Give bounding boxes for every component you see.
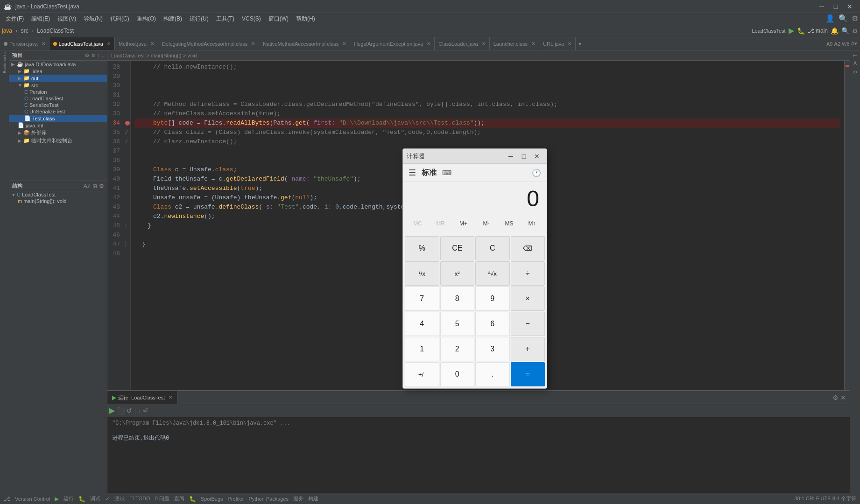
tab-url[interactable]: URL.java ✕: [539, 37, 576, 50]
soft-wrap-icon[interactable]: ⏎: [143, 407, 148, 414]
tab-illegalarg[interactable]: IllegalArgumentException.java ✕: [350, 37, 435, 50]
calc-2-button[interactable]: 2: [440, 337, 475, 361]
tree-item-idea[interactable]: ▶ 📁 .idea: [9, 68, 107, 75]
spotbugs-label[interactable]: SpotBugs: [201, 496, 223, 502]
close-button[interactable]: ✕: [843, 0, 856, 13]
run-status-icon[interactable]: ▶: [55, 496, 59, 502]
menu-help[interactable]: 帮助(H): [292, 13, 319, 24]
settings-icon[interactable]: ⚙: [852, 14, 858, 23]
fold-indicator-45[interactable]: }: [125, 221, 127, 231]
search-everywhere-icon[interactable]: 🔍: [841, 27, 849, 35]
tab-launcher-close[interactable]: ✕: [531, 41, 535, 46]
structure-settings-icon[interactable]: ⚙: [99, 183, 104, 189]
calc-4-button[interactable]: 4: [405, 312, 439, 336]
calc-square-button[interactable]: x²: [440, 261, 475, 286]
calc-reciprocal-button[interactable]: ¹/x: [405, 261, 439, 286]
calc-6-button[interactable]: 6: [475, 312, 510, 336]
git-icon[interactable]: ⎇: [4, 496, 10, 502]
calc-menu-icon[interactable]: ☰: [409, 168, 416, 178]
calc-history-icon[interactable]: 🕐: [532, 168, 541, 177]
calc-maximize-button[interactable]: □: [518, 150, 530, 162]
tab-loadclasstest[interactable]: LoadClassTest.java ✕: [49, 37, 115, 50]
calc-backspace-button[interactable]: ⌫: [511, 236, 545, 260]
calc-ce-button[interactable]: CE: [440, 236, 475, 260]
tree-item-java[interactable]: ▶ ☕ java D:/Download/java: [9, 61, 107, 68]
tab-nativemethod-close[interactable]: ✕: [342, 41, 346, 46]
structure-item-main[interactable]: m main(String[]): void: [9, 198, 107, 204]
bottom-close-icon[interactable]: ✕: [840, 394, 846, 401]
menu-edit[interactable]: 编辑(E): [28, 13, 54, 24]
calc-5-button[interactable]: 5: [440, 312, 475, 336]
stop-icon[interactable]: ⬛: [117, 407, 125, 414]
debug-icon[interactable]: 🐛: [78, 496, 85, 502]
calc-close-button[interactable]: ✕: [531, 150, 543, 162]
tree-item-unserializetest[interactable]: C UnSerializeTest: [9, 108, 107, 115]
calc-0-button[interactable]: 0: [440, 362, 475, 386]
review-label[interactable]: 查阅: [174, 495, 184, 502]
project-icon-4[interactable]: ↓: [101, 52, 104, 59]
tab-delegating-close[interactable]: ✕: [251, 41, 255, 46]
fold-indicator-47[interactable]: }: [125, 240, 127, 249]
test-icon[interactable]: ✓: [105, 496, 110, 502]
memory-mup-button[interactable]: M↑: [521, 215, 543, 232]
tree-item-out[interactable]: ▶ 📁 out: [9, 75, 107, 82]
calc-plus-button[interactable]: +: [511, 337, 545, 361]
run-button[interactable]: ▶: [789, 26, 794, 35]
todo-label[interactable]: ☐ TODO: [129, 496, 150, 502]
memory-mr-button[interactable]: MR: [430, 215, 451, 232]
calc-divide-button[interactable]: ÷: [511, 261, 545, 286]
profiler-label[interactable]: Profiler: [228, 496, 244, 502]
calc-negate-button[interactable]: +/-: [405, 362, 439, 386]
right-bar-icon-1[interactable]: T: [853, 54, 858, 57]
menu-refactor[interactable]: 重构(O): [133, 13, 160, 24]
menu-vcs[interactable]: VCS(S): [238, 13, 265, 24]
calc-7-button[interactable]: 7: [405, 287, 439, 311]
tree-item-scratch[interactable]: ▶ 📁 临时文件和控制台: [9, 137, 107, 145]
menu-file[interactable]: 文件(F): [2, 13, 28, 24]
project-icon-2[interactable]: ≡: [92, 52, 95, 59]
project-icon-3[interactable]: ↑: [97, 52, 99, 59]
run-label[interactable]: 运行: [63, 495, 74, 502]
build-label[interactable]: 构建: [308, 495, 318, 502]
run-again-icon[interactable]: ▶: [109, 406, 115, 415]
debug-label[interactable]: 调试: [90, 495, 100, 502]
rerun-icon[interactable]: ↺: [127, 407, 132, 414]
tab-launcher[interactable]: Launcher.class ✕: [490, 37, 539, 50]
calc-sqrt-button[interactable]: ²√x: [475, 261, 510, 286]
tree-item-persion[interactable]: C Persion: [9, 89, 107, 95]
tree-item-testclass[interactable]: 📄 Test.class: [9, 115, 107, 122]
tree-item-src[interactable]: ▼ 📁 src: [9, 82, 107, 89]
right-bar-icon-3[interactable]: ⚙: [853, 70, 857, 75]
calc-decimal-button[interactable]: .: [475, 362, 510, 386]
tree-item-external[interactable]: ▶ 📦 外部库: [9, 129, 107, 137]
tab-classloader[interactable]: ClassLoader.java ✕: [435, 37, 489, 50]
version-control-label[interactable]: Version Control: [15, 496, 50, 502]
minimize-button[interactable]: ─: [815, 0, 828, 13]
calc-8-button[interactable]: 8: [440, 287, 475, 311]
calc-minus-button[interactable]: −: [511, 312, 545, 336]
tab-url-close[interactable]: ✕: [568, 41, 571, 46]
calc-1-button[interactable]: 1: [405, 337, 439, 361]
structure-item-loadclasstest[interactable]: ▼ C LoadClassTest: [9, 191, 107, 198]
tab-method[interactable]: Method.java ✕: [115, 37, 158, 50]
tab-classloader-close[interactable]: ✕: [482, 41, 486, 46]
calc-percent-button[interactable]: %: [405, 236, 439, 260]
nav-java[interactable]: java: [2, 28, 12, 34]
calc-c-button[interactable]: C: [475, 236, 510, 260]
tree-item-loadclasstest[interactable]: C LoadClassTest: [9, 95, 107, 102]
tab-persion[interactable]: Persion.java ✕: [0, 37, 49, 50]
menu-run[interactable]: 运行(U): [186, 13, 212, 24]
run-tab-close[interactable]: ✕: [169, 391, 172, 404]
calc-equals-button[interactable]: =: [511, 362, 545, 386]
tab-loadclasstest-close[interactable]: ✕: [107, 41, 111, 46]
menu-code[interactable]: 代码(C): [106, 13, 133, 24]
menu-view[interactable]: 视图(V): [54, 13, 80, 24]
nav-src[interactable]: src: [21, 28, 28, 34]
menu-window[interactable]: 窗口(W): [265, 13, 292, 24]
memory-mc-button[interactable]: MC: [407, 215, 429, 232]
spotbugs-icon[interactable]: 🐛: [189, 496, 196, 502]
tree-item-serializetest[interactable]: C SerializeTest: [9, 102, 107, 108]
settings-gear-icon[interactable]: ⚙: [852, 27, 858, 35]
memory-ms-button[interactable]: MS: [498, 215, 520, 232]
debug-button[interactable]: 🐛: [797, 27, 805, 35]
